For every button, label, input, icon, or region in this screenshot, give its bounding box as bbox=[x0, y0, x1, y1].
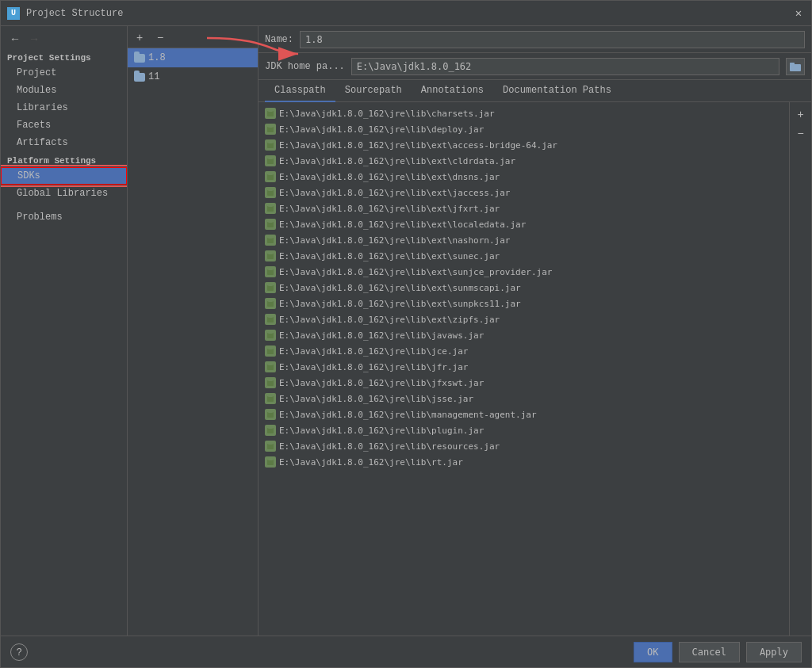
svg-rect-21 bbox=[267, 254, 274, 259]
classpath-item[interactable]: E:\Java\jdk1.8.0_162\jre\lib\ext\access-… bbox=[259, 137, 789, 153]
classpath-item[interactable]: E:\Java\jdk1.8.0_162\jre\lib\ext\jaccess… bbox=[259, 185, 789, 200]
classpath-item[interactable]: E:\Java\jdk1.8.0_162\jre\lib\ext\zipfs.j… bbox=[259, 311, 789, 327]
classpath-item[interactable]: E:\Java\jdk1.8.0_162\jre\lib\resources.j… bbox=[259, 438, 789, 454]
sidebar-item-global-libraries[interactable]: Global Libraries bbox=[1, 185, 127, 202]
svg-rect-9 bbox=[267, 158, 274, 164]
apply-button[interactable]: Apply bbox=[746, 642, 802, 662]
sidebar-item-facets[interactable]: Facets bbox=[1, 116, 127, 134]
cancel-button[interactable]: Cancel bbox=[679, 642, 740, 662]
sdk-item-11[interactable]: 11 bbox=[128, 67, 258, 86]
remove-classpath-button[interactable]: − bbox=[792, 124, 810, 142]
tab-annotations[interactable]: Annotations bbox=[412, 80, 493, 102]
classpath-item[interactable]: E:\Java\jdk1.8.0_162\jre\lib\javaws.jar bbox=[259, 327, 789, 343]
ok-button[interactable]: OK bbox=[634, 642, 672, 662]
classpath-path-text: E:\Java\jdk1.8.0_162\jre\lib\ext\nashorn… bbox=[279, 235, 510, 246]
back-button[interactable]: ← bbox=[7, 31, 23, 47]
classpath-path-text: E:\Java\jdk1.8.0_162\jre\lib\javaws.jar bbox=[279, 330, 484, 341]
remove-sdk-button[interactable]: − bbox=[151, 29, 169, 46]
jar-icon bbox=[265, 298, 276, 309]
svg-rect-14 bbox=[268, 189, 273, 191]
classpath-item[interactable]: E:\Java\jdk1.8.0_162\jre\lib\ext\sunpkcs… bbox=[259, 296, 789, 311]
classpath-item[interactable]: E:\Java\jdk1.8.0_162\jre\lib\ext\sunjce_… bbox=[259, 264, 789, 280]
name-row: Name: bbox=[259, 26, 811, 53]
name-label: Name: bbox=[265, 34, 293, 45]
jar-icon bbox=[265, 171, 276, 182]
classpath-item[interactable]: E:\Java\jdk1.8.0_162\jre\lib\ext\nashorn… bbox=[259, 232, 789, 248]
jdk-browse-button[interactable] bbox=[786, 58, 805, 75]
jar-icon bbox=[265, 203, 276, 214]
classpath-item[interactable]: E:\Java\jdk1.8.0_162\jre\lib\ext\localed… bbox=[259, 216, 789, 232]
classpath-item[interactable]: E:\Java\jdk1.8.0_162\jre\lib\jfr.jar bbox=[259, 359, 789, 375]
classpath-item[interactable]: E:\Java\jdk1.8.0_162\jre\lib\deploy.jar bbox=[259, 121, 789, 137]
classpath-item[interactable]: E:\Java\jdk1.8.0_162\jre\lib\ext\sunec.j… bbox=[259, 248, 789, 264]
svg-rect-40 bbox=[268, 395, 273, 397]
svg-rect-34 bbox=[268, 347, 273, 349]
classpath-path-text: E:\Java\jdk1.8.0_162\jre\lib\ext\dnsns.j… bbox=[279, 172, 500, 182]
classpath-path-text: E:\Java\jdk1.8.0_162\jre\lib\ext\cldrdat… bbox=[279, 156, 515, 166]
svg-rect-26 bbox=[268, 284, 273, 286]
add-sdk-button[interactable]: + bbox=[131, 29, 148, 46]
classpath-path-text: E:\Java\jdk1.8.0_162\jre\lib\jce.jar bbox=[279, 346, 468, 357]
tab-doc-paths[interactable]: Documentation Paths bbox=[493, 80, 621, 102]
classpath-item[interactable]: E:\Java\jdk1.8.0_162\jre\lib\ext\cldrdat… bbox=[259, 153, 789, 169]
classpath-item[interactable]: E:\Java\jdk1.8.0_162\jre\lib\jce.jar bbox=[259, 343, 789, 359]
sidebar-item-project[interactable]: Project bbox=[1, 64, 127, 82]
project-structure-dialog: U Project Structure ✕ ← → Project Settin… bbox=[0, 0, 812, 668]
classpath-item[interactable]: E:\Java\jdk1.8.0_162\jre\lib\ext\jfxrt.j… bbox=[259, 200, 789, 216]
jdk-home-row: JDK home pa... bbox=[259, 53, 811, 80]
svg-rect-29 bbox=[267, 317, 274, 323]
classpath-item[interactable]: E:\Java\jdk1.8.0_162\jre\lib\management-… bbox=[259, 407, 789, 422]
classpath-list: E:\Java\jdk1.8.0_162\jre\lib\charsets.ja… bbox=[259, 102, 789, 636]
svg-rect-3 bbox=[267, 111, 274, 116]
jar-icon bbox=[265, 139, 276, 151]
name-input[interactable] bbox=[300, 31, 805, 48]
sidebar-item-problems[interactable]: Problems bbox=[1, 208, 127, 226]
svg-rect-39 bbox=[267, 396, 274, 402]
svg-rect-6 bbox=[268, 125, 273, 128]
add-classpath-button[interactable]: + bbox=[792, 105, 810, 123]
classpath-path-text: E:\Java\jdk1.8.0_162\jre\lib\ext\jaccess… bbox=[279, 188, 510, 198]
help-button[interactable]: ? bbox=[10, 643, 28, 661]
forward-button[interactable]: → bbox=[26, 31, 42, 47]
svg-rect-11 bbox=[267, 174, 274, 180]
sidebar-item-artifacts[interactable]: Artifacts bbox=[1, 134, 127, 151]
svg-rect-20 bbox=[268, 236, 273, 239]
svg-rect-4 bbox=[268, 109, 273, 112]
sdk-list-panel: + − 1.8 11 bbox=[128, 26, 259, 636]
classpath-item[interactable]: E:\Java\jdk1.8.0_162\jre\lib\ext\dnsns.j… bbox=[259, 169, 789, 185]
sdk-item-18[interactable]: 1.8 bbox=[128, 48, 258, 67]
app-icon: U bbox=[7, 7, 20, 20]
svg-rect-38 bbox=[268, 379, 273, 381]
classpath-path-text: E:\Java\jdk1.8.0_162\jre\lib\ext\localed… bbox=[279, 219, 526, 230]
folder-icon-11 bbox=[134, 73, 145, 82]
classpath-item[interactable]: E:\Java\jdk1.8.0_162\jre\lib\plugin.jar bbox=[259, 422, 789, 438]
tab-classpath[interactable]: Classpath bbox=[265, 80, 335, 102]
svg-rect-31 bbox=[267, 333, 274, 338]
tab-sourcepath[interactable]: Sourcepath bbox=[335, 80, 412, 102]
sidebar-item-libraries[interactable]: Libraries bbox=[1, 99, 127, 116]
jar-icon bbox=[265, 441, 276, 452]
close-button[interactable]: ✕ bbox=[792, 7, 805, 20]
svg-rect-28 bbox=[268, 300, 273, 302]
classpath-path-text: E:\Java\jdk1.8.0_162\jre\lib\ext\access-… bbox=[279, 140, 557, 151]
svg-rect-15 bbox=[267, 206, 274, 212]
folder-icon-18 bbox=[134, 54, 145, 63]
sidebar-item-modules[interactable]: Modules bbox=[1, 82, 127, 99]
classpath-item[interactable]: E:\Java\jdk1.8.0_162\jre\lib\charsets.ja… bbox=[259, 105, 789, 121]
classpath-side-buttons: + − bbox=[789, 102, 811, 636]
svg-rect-7 bbox=[267, 143, 274, 148]
classpath-item[interactable]: E:\Java\jdk1.8.0_162\jre\lib\jsse.jar bbox=[259, 391, 789, 407]
jdk-home-input[interactable] bbox=[351, 58, 779, 75]
sidebar: ← → Project Settings Project Modules Lib… bbox=[1, 26, 128, 636]
classpath-path-text: E:\Java\jdk1.8.0_162\jre\lib\management-… bbox=[279, 410, 537, 420]
sidebar-item-sdks[interactable]: SDKs bbox=[1, 167, 127, 185]
svg-rect-27 bbox=[267, 301, 274, 307]
classpath-item[interactable]: E:\Java\jdk1.8.0_162\jre\lib\jfxswt.jar bbox=[259, 375, 789, 391]
project-settings-label: Project Settings bbox=[1, 48, 127, 64]
classpath-item[interactable]: E:\Java\jdk1.8.0_162\jre\lib\ext\sunmsca… bbox=[259, 280, 789, 296]
classpath-item[interactable]: E:\Java\jdk1.8.0_162\jre\lib\rt.jar bbox=[259, 454, 789, 470]
classpath-path-text: E:\Java\jdk1.8.0_162\jre\lib\jsse.jar bbox=[279, 394, 473, 404]
svg-rect-46 bbox=[268, 442, 273, 445]
svg-rect-32 bbox=[268, 331, 273, 334]
svg-rect-47 bbox=[267, 460, 274, 465]
